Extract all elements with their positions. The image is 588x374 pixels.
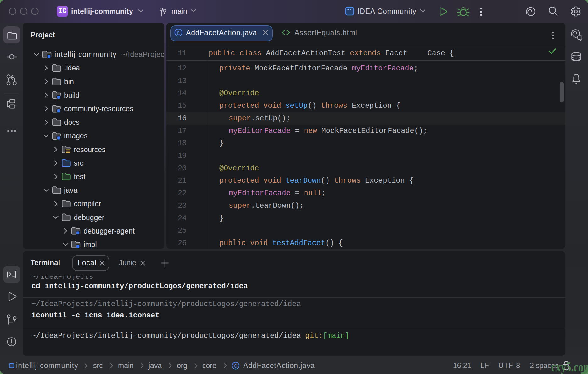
svg-text:C: C [177, 30, 180, 36]
svg-text:C: C [234, 364, 237, 369]
